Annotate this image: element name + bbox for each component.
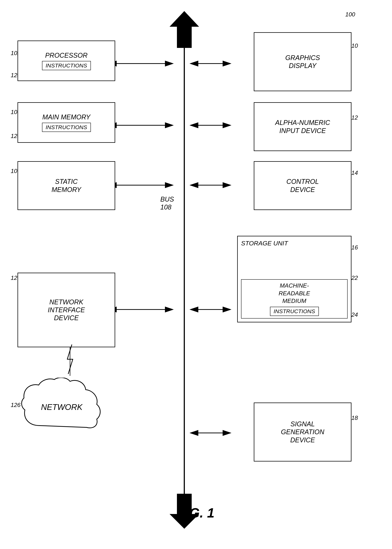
svg-marker-4	[173, 21, 208, 44]
alpha-numeric-box: ALPHA-NUMERICINPUT DEVICE	[254, 102, 351, 151]
svg-text:NETWORK: NETWORK	[41, 403, 83, 411]
signal-generation-label: SIGNALGENERATIONDEVICE	[281, 420, 324, 444]
static-memory-label: STATICMEMORY	[52, 178, 81, 194]
processor-label: PROCESSOR	[45, 51, 88, 59]
diagram: 100	[0, 0, 392, 549]
lightning-bolt	[63, 343, 77, 376]
machine-readable-label: MACHINE-READABLEMEDIUM	[279, 282, 310, 305]
processor-instructions-box: INSTRUCTIONS	[42, 61, 91, 70]
storage-unit-box: STORAGE UNIT MACHINE-READABLEMEDIUM INST…	[237, 236, 351, 322]
graphics-display-box: GRAPHICSDISPLAY	[254, 32, 351, 91]
network-cloud: NETWORK	[18, 378, 106, 437]
figure-label: FIG. 1	[177, 505, 214, 521]
main-memory-instructions-box: INSTRUCTIONS	[42, 123, 91, 132]
storage-instructions-box: INSTRUCTIONS	[270, 307, 319, 316]
bus-label: BUS108	[160, 195, 174, 211]
storage-instructions-label: INSTRUCTIONS	[274, 308, 315, 314]
control-device-box: CONTROLDEVICE	[254, 161, 351, 210]
alpha-numeric-label: ALPHA-NUMERICINPUT DEVICE	[275, 119, 330, 134]
control-device-label: CONTROLDEVICE	[287, 178, 319, 194]
processor-instructions-label: INSTRUCTIONS	[46, 63, 87, 69]
network-interface-label: NETWORKINTERFACEDEVICE	[48, 298, 85, 322]
main-memory-label: MAIN MEMORY	[42, 113, 91, 121]
svg-marker-5	[169, 11, 199, 48]
storage-unit-label: STORAGE UNIT	[241, 240, 288, 247]
static-memory-box: STATICMEMORY	[18, 161, 115, 210]
signal-generation-box: SIGNALGENERATIONDEVICE	[254, 403, 351, 461]
main-memory-instructions-label: INSTRUCTIONS	[46, 124, 87, 130]
main-memory-box: MAIN MEMORY INSTRUCTIONS	[18, 102, 115, 143]
ref-100: 100	[345, 11, 355, 18]
network-interface-box: NETWORKINTERFACEDEVICE	[18, 273, 115, 347]
graphics-display-label: GRAPHICSDISPLAY	[285, 54, 320, 70]
processor-box: PROCESSOR INSTRUCTIONS	[18, 41, 115, 81]
